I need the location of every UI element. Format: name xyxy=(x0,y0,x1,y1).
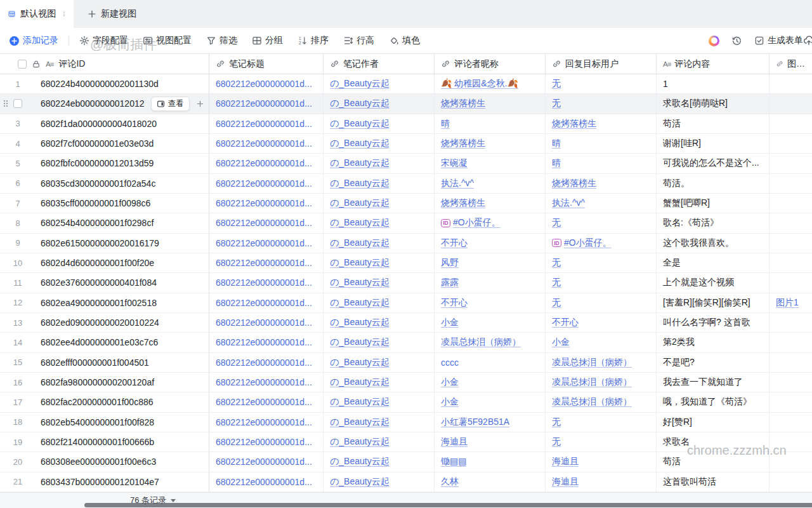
commenter-cell[interactable]: ID#O小蛋仔。 xyxy=(435,213,546,232)
sort-button[interactable]: 1 2 排序 xyxy=(298,35,329,46)
image-cell[interactable] xyxy=(769,213,812,232)
commenter-cell[interactable]: 小金 xyxy=(435,373,546,392)
image-cell[interactable] xyxy=(769,194,812,213)
reply-target-cell[interactable]: 无 xyxy=(546,293,657,312)
reply-target-cell[interactable]: 凌晨总抹泪（病娇） xyxy=(546,353,657,372)
add-record-inline-button[interactable] xyxy=(196,100,204,108)
comment-content-cell[interactable]: 上个就是这个视频 xyxy=(657,273,769,292)
commenter-cell[interactable]: 执法.^v^ xyxy=(435,174,546,193)
note-title-cell[interactable]: 6802212e000000001d... xyxy=(209,94,324,113)
comment-content-cell[interactable]: 全是 xyxy=(657,253,769,272)
drag-handle-icon[interactable] xyxy=(3,99,9,108)
comment-content-cell[interactable]: 求歌名[萌萌哒R] xyxy=(657,94,769,113)
column-header-comment_content[interactable]: A≡评论内容 xyxy=(657,54,769,74)
note-author-cell[interactable]: の_Beauty云起 xyxy=(324,154,435,173)
comment-id-cell[interactable]: 668035cd3000000001f02a54c xyxy=(0,174,209,193)
note-title-cell[interactable]: 6802212e000000001d... xyxy=(209,333,324,352)
view-config-button[interactable]: 视图配置 xyxy=(143,35,192,46)
column-header-note_author[interactable]: 笔记作者 xyxy=(324,54,435,74)
commenter-cell[interactable]: 晴 xyxy=(435,114,546,133)
reply-target-cell[interactable]: 无 xyxy=(546,94,657,113)
comment-id-cell[interactable]: 166802fa9800000000200120af xyxy=(0,373,209,392)
view-record-button[interactable]: 查看 xyxy=(151,97,190,111)
comment-id-cell[interactable]: 106802d4d6000000001f00f20e xyxy=(0,253,209,272)
note-title-cell[interactable]: 6802212e000000001d... xyxy=(209,234,324,253)
row-number[interactable]: 13 xyxy=(0,318,36,328)
note-title-cell[interactable]: 6802212e000000001d... xyxy=(209,472,324,491)
image-cell[interactable] xyxy=(769,373,812,392)
reply-target-cell[interactable]: 不开心 xyxy=(546,313,657,332)
commenter-cell[interactable]: 凌晨总抹泪（病娇） xyxy=(435,333,546,352)
history-icon[interactable] xyxy=(731,36,742,46)
image-cell[interactable] xyxy=(769,432,812,451)
reply-target-cell[interactable]: 无 xyxy=(546,74,657,93)
note-author-cell[interactable]: の_Beauty云起 xyxy=(324,194,435,213)
reply-target-cell[interactable]: 无 xyxy=(546,432,657,451)
comment-content-cell[interactable]: 苟活。 xyxy=(657,174,769,193)
reply-target-cell[interactable]: 凌晨总抹泪（病娇） xyxy=(546,373,657,392)
note-title-cell[interactable]: 6802212e000000001d... xyxy=(209,373,324,392)
comment-content-cell[interactable]: 我去查一下就知道了 xyxy=(657,373,769,392)
row-select-zone[interactable] xyxy=(0,99,36,108)
new-view-button[interactable]: 新建视图 xyxy=(74,0,150,28)
note-title-cell[interactable]: 6802212e000000001d... xyxy=(209,413,324,432)
comment-content-cell[interactable]: 叫什么名字啊? 这首歌 xyxy=(657,313,769,332)
comment-id-cell[interactable]: 136802ed090000000020010224 xyxy=(0,313,209,332)
image-cell[interactable] xyxy=(769,74,812,93)
comment-content-cell[interactable]: [害羞R][偷笑R][偷笑R] xyxy=(657,293,769,312)
commenter-cell[interactable]: 烧烤落榜生 xyxy=(435,94,546,113)
comment-content-cell[interactable]: 求歌名 xyxy=(657,432,769,451)
reply-target-cell[interactable]: 无 xyxy=(546,413,657,432)
row-number[interactable]: 19 xyxy=(0,438,36,447)
comment-content-cell[interactable]: 苟活 xyxy=(657,452,769,471)
comment-content-cell[interactable]: 1 xyxy=(657,74,769,93)
tab-menu-icon[interactable] xyxy=(61,10,67,18)
comment-content-cell[interactable]: 谢谢[哇R] xyxy=(657,134,769,153)
reply-target-cell[interactable]: 烧烤落榜生 xyxy=(546,114,657,133)
note-title-cell[interactable]: 6802212e000000001d... xyxy=(209,452,324,471)
image-cell[interactable] xyxy=(769,134,812,153)
comment-id-cell[interactable]: 156802efff000000001f004501 xyxy=(0,353,209,372)
image-cell[interactable] xyxy=(769,253,812,272)
note-author-cell[interactable]: の_Beauty云起 xyxy=(324,114,435,133)
note-author-cell[interactable]: の_Beauty云起 xyxy=(324,333,435,352)
add-record-button[interactable]: 添加记录 xyxy=(9,35,58,46)
reply-target-cell[interactable]: 执法.^v^ xyxy=(546,194,657,213)
reply-target-cell[interactable]: 凌晨总抹泪（病娇） xyxy=(546,392,657,411)
note-title-cell[interactable]: 6802212e000000001d... xyxy=(209,114,324,133)
share-edge-icon[interactable] xyxy=(803,35,812,46)
comment-content-cell[interactable]: 这个歌我很喜欢。 xyxy=(657,234,769,253)
row-number[interactable]: 10 xyxy=(0,258,36,268)
commenter-cell[interactable]: 风野 xyxy=(435,253,546,272)
note-author-cell[interactable]: の_Beauty云起 xyxy=(324,452,435,471)
note-title-cell[interactable]: 6802212e000000001d... xyxy=(209,313,324,332)
row-number[interactable]: 18 xyxy=(0,417,36,427)
note-author-cell[interactable]: の_Beauty云起 xyxy=(324,234,435,253)
comment-id-cell[interactable]: 1680224b4000000002001130d xyxy=(0,74,209,93)
note-title-cell[interactable]: 6802212e000000001d... xyxy=(209,134,324,153)
note-title-cell[interactable]: 6802212e000000001d... xyxy=(209,213,324,232)
row-number[interactable]: 16 xyxy=(0,378,36,387)
reply-target-cell[interactable]: 无 xyxy=(546,273,657,292)
comment-id-cell[interactable]: 146802ee4d000000001e03c7c6 xyxy=(0,333,209,352)
row-number[interactable]: 7 xyxy=(0,199,36,208)
column-header-note_title[interactable]: 笔记标题 xyxy=(209,54,324,74)
note-author-cell[interactable]: の_Beauty云起 xyxy=(324,373,435,392)
commenter-cell[interactable]: 露露 xyxy=(435,273,546,292)
comment-content-cell[interactable]: 蟹蟹[吧唧R] xyxy=(657,194,769,213)
note-author-cell[interactable]: の_Beauty云起 xyxy=(324,353,435,372)
reply-target-cell[interactable]: 烧烤落榜生 xyxy=(546,174,657,193)
comment-content-cell[interactable]: 哦，我知道了《苟活》 xyxy=(657,392,769,411)
row-number[interactable]: 14 xyxy=(0,338,36,347)
row-number[interactable]: 5 xyxy=(0,159,36,168)
note-author-cell[interactable]: の_Beauty云起 xyxy=(324,273,435,292)
commenter-cell[interactable]: 宋碗凝 xyxy=(435,154,546,173)
image-cell[interactable] xyxy=(769,353,812,372)
select-checkbox[interactable] xyxy=(13,99,22,108)
generate-form-button[interactable]: 生成表单 xyxy=(754,35,803,46)
filter-button[interactable]: 筛选 xyxy=(206,35,237,46)
commenter-cell[interactable]: 海迪且 xyxy=(435,432,546,451)
note-author-cell[interactable]: の_Beauty云起 xyxy=(324,392,435,411)
column-header-reply_target[interactable]: 回复目标用户 xyxy=(546,54,657,74)
reply-target-cell[interactable]: 小金 xyxy=(546,333,657,352)
